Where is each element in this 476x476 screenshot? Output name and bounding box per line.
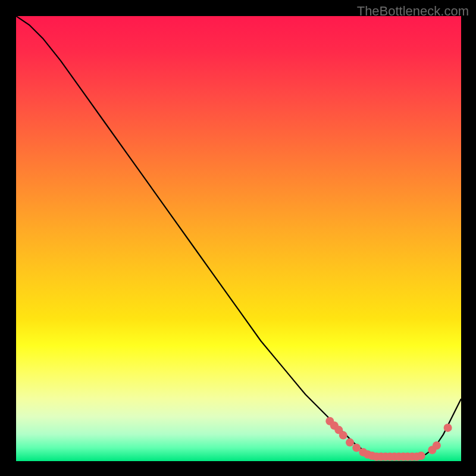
highlight-dot bbox=[417, 452, 425, 460]
highlight-dot bbox=[339, 431, 347, 440]
highlight-dot bbox=[433, 441, 441, 450]
plot-area bbox=[16, 16, 461, 461]
highlight-dots-group bbox=[325, 417, 452, 461]
highlight-dot bbox=[444, 424, 452, 432]
highlight-dot bbox=[346, 439, 354, 447]
bottleneck-curve bbox=[16, 16, 461, 457]
chart-svg bbox=[16, 16, 461, 461]
attribution-text: TheBottleneck.com bbox=[357, 4, 469, 19]
